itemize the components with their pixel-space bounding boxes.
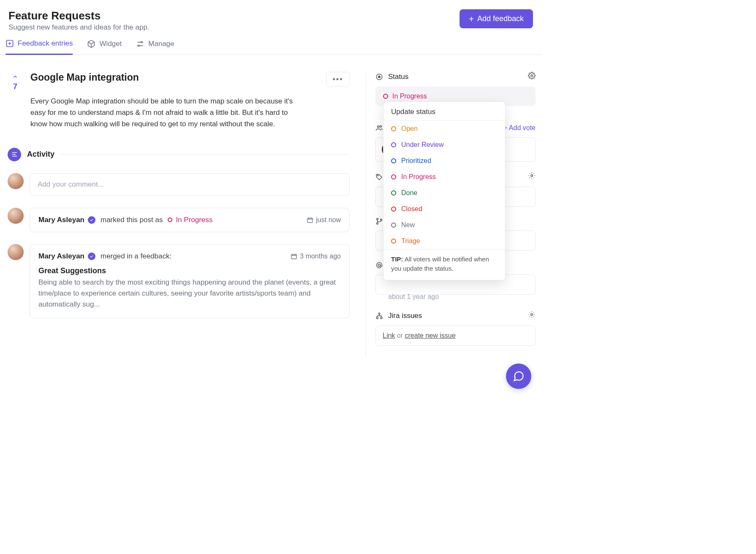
status-option-label: Triage [401, 237, 420, 245]
tags-settings-button[interactable] [528, 172, 536, 182]
post-body: Every Google Map integration should be a… [30, 95, 301, 130]
sidebar: Status In Progress Update status OpenUnd… [366, 72, 541, 356]
status-ring-icon [391, 223, 396, 228]
activity-icon [8, 148, 21, 161]
status-ring-icon [391, 239, 396, 244]
svg-rect-4 [291, 254, 296, 259]
svg-point-7 [531, 75, 533, 77]
feedback-post: 7 Google Map integration ••• Every Googl… [8, 72, 350, 130]
verified-badge-icon [88, 216, 95, 224]
post-title: Google Map integration [30, 72, 139, 83]
sliders-icon [136, 40, 144, 48]
page-subtitle: Suggest new features and ideas for the a… [8, 23, 150, 32]
vote-count: 7 [13, 82, 17, 91]
merged-title: Great Suggestions [38, 266, 341, 275]
chat-icon [513, 370, 525, 382]
event-time: 3 months ago [291, 253, 341, 260]
box-icon [87, 40, 95, 48]
svg-point-13 [377, 223, 378, 224]
event-user: Mary Asleyan [38, 216, 84, 224]
svg-point-16 [378, 312, 380, 314]
jira-link-button[interactable]: Link [383, 332, 395, 339]
merged-body: Being able to search by the most excitin… [38, 277, 341, 310]
tabs: Feedback entries Widget Manage [0, 32, 541, 55]
avatar [8, 208, 24, 224]
svg-point-19 [531, 314, 533, 316]
status-option[interactable]: Done [383, 185, 505, 201]
section-jira: Jira issues Link or create new issue [375, 311, 536, 346]
status-option-label: In Progress [401, 173, 436, 181]
calendar-icon [291, 253, 297, 260]
status-ring-icon [391, 174, 396, 179]
svg-point-2 [138, 45, 139, 46]
status-ring-icon [391, 158, 396, 163]
svg-point-10 [378, 175, 378, 176]
tab-feedback-entries[interactable]: Feedback entries [5, 39, 73, 55]
jira-create-button[interactable]: create new issue [405, 332, 456, 339]
jira-field[interactable]: Link or create new issue [375, 326, 536, 346]
svg-point-14 [381, 219, 382, 220]
event-status: In Progress [176, 216, 212, 224]
tag-icon [375, 173, 383, 181]
status-option[interactable]: New [383, 217, 505, 233]
status-option[interactable]: In Progress [383, 169, 505, 185]
activity-header: Activity [8, 148, 350, 161]
status-option[interactable]: Closed [383, 201, 505, 217]
status-option-label: Prioritized [401, 157, 431, 165]
status-icon [375, 73, 383, 81]
avatar [8, 244, 24, 260]
gear-icon [528, 172, 536, 179]
tab-widget[interactable]: Widget [87, 40, 122, 54]
status-option-label: Done [401, 189, 417, 197]
merge-event: Mary Asleyan merged in a feedback: 3 mon… [30, 244, 350, 318]
status-option-label: Closed [401, 205, 422, 213]
more-options-button[interactable]: ••• [326, 72, 350, 87]
status-option[interactable]: Prioritized [383, 153, 505, 169]
calendar-icon [307, 217, 313, 223]
activity-title: Activity [27, 150, 54, 159]
vote-button[interactable]: 7 [8, 72, 23, 130]
status-ring-icon [383, 94, 388, 99]
jira-settings-button[interactable] [528, 311, 536, 320]
svg-point-9 [380, 125, 382, 127]
dropdown-tip: TIP: All voters will be notified when yo… [383, 249, 505, 280]
plus-icon: + [469, 15, 474, 23]
status-settings-button[interactable] [528, 72, 536, 81]
status-option[interactable]: Under Review [383, 137, 505, 153]
tab-manage[interactable]: Manage [136, 40, 174, 54]
status-option-label: Under Review [401, 141, 443, 149]
status-option-label: New [401, 221, 415, 229]
chevron-up-icon [11, 73, 19, 81]
svg-point-12 [377, 218, 378, 220]
svg-rect-3 [307, 218, 313, 223]
add-feedback-button[interactable]: + Add feedback [460, 9, 533, 28]
svg-rect-17 [376, 317, 378, 319]
comment-input[interactable] [30, 173, 350, 196]
current-user-avatar [8, 173, 24, 189]
at-icon [375, 261, 383, 269]
svg-point-15 [378, 264, 380, 266]
status-change-event: Mary Asleyan marked this post as In Prog… [30, 208, 350, 232]
event-time: just now [307, 216, 341, 224]
status-option[interactable]: Open [383, 121, 505, 137]
add-entry-icon [5, 39, 14, 48]
svg-point-11 [531, 175, 533, 177]
git-branch-icon [375, 217, 383, 225]
page-header: Feature Requests Suggest new features an… [0, 0, 541, 32]
svg-rect-18 [381, 317, 382, 319]
status-dropdown: Update status OpenUnder ReviewPrioritize… [383, 101, 506, 280]
status-option[interactable]: Triage [383, 233, 505, 249]
status-ring-icon [391, 142, 396, 147]
dropdown-heading: Update status [383, 102, 505, 121]
add-vote-button[interactable]: + Add vote [503, 124, 536, 132]
page-title: Feature Requests [8, 9, 150, 22]
hierarchy-icon [375, 312, 383, 320]
gear-icon [528, 72, 536, 79]
event-user: Mary Asleyan [38, 252, 84, 261]
section-status: Status In Progress Update status OpenUnd… [375, 72, 536, 106]
verified-badge-icon [88, 253, 95, 260]
svg-point-6 [378, 76, 381, 78]
gear-icon [528, 311, 536, 318]
status-ring-icon [391, 190, 396, 196]
chat-fab[interactable] [506, 364, 531, 389]
